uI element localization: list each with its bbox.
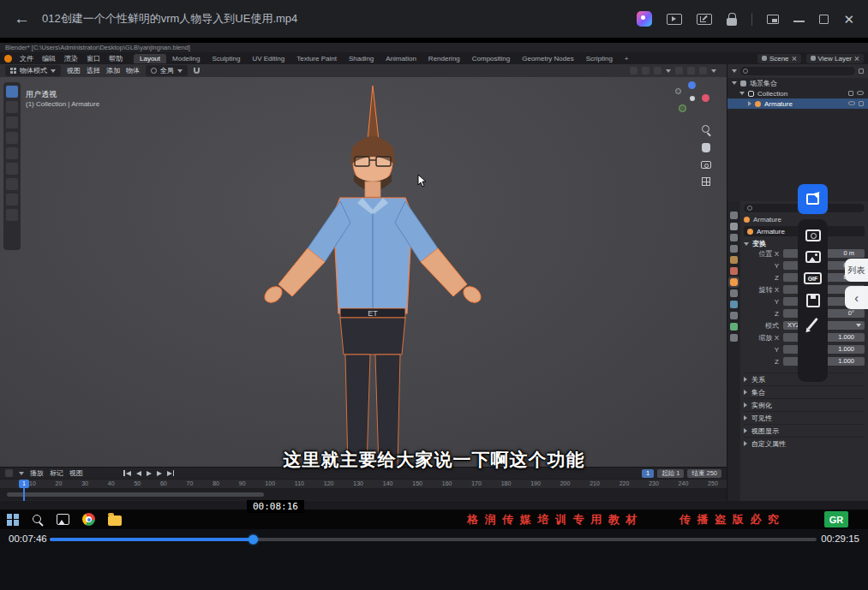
overlays-toggle-icon[interactable]	[654, 67, 661, 74]
physics-tab-icon[interactable]	[730, 301, 738, 308]
material-tab-icon[interactable]	[730, 334, 738, 342]
tool-add-cube-icon[interactable]	[6, 209, 18, 221]
workspace-tab[interactable]: Rendering	[422, 54, 466, 63]
outliner-row-scene-collection[interactable]: 场景集合	[727, 78, 868, 88]
maximize-button[interactable]	[819, 15, 829, 24]
constraints-tab-icon[interactable]	[730, 312, 738, 319]
orientation-dropdown[interactable]: 全局	[146, 65, 188, 76]
tool-annotate-icon[interactable]	[6, 178, 18, 190]
ortho-grid-icon[interactable]	[702, 177, 710, 186]
object-tab-icon[interactable]	[730, 278, 738, 286]
tool-tab-icon[interactable]	[730, 212, 738, 219]
collapse-chevron-tab[interactable]: ‹	[845, 286, 868, 309]
workspace-tab[interactable]: Modeling	[166, 54, 206, 63]
progress-bar[interactable]	[50, 538, 817, 541]
save-icon[interactable]	[806, 294, 820, 307]
gizmo-y-axis[interactable]	[679, 104, 686, 112]
tool-select-icon[interactable]	[6, 86, 18, 98]
xray-toggle-icon[interactable]	[642, 67, 650, 74]
section-collections[interactable]: 集合	[744, 385, 865, 398]
expand-icon[interactable]	[732, 81, 737, 85]
workspace-add-tab[interactable]: +	[619, 54, 635, 63]
tool-measure-icon[interactable]	[6, 194, 18, 206]
pencil-annotate-icon[interactable]	[807, 318, 818, 330]
section-instancing[interactable]: 实例化	[744, 398, 865, 411]
outliner-row-armature[interactable]: Armature	[727, 98, 868, 109]
navigation-gizmo[interactable]	[675, 81, 709, 116]
object-data-tab-icon[interactable]	[730, 323, 738, 331]
horizontal-scrollbar[interactable]	[7, 492, 264, 497]
minimize-button[interactable]	[793, 21, 805, 22]
modifiers-tab-icon[interactable]	[730, 289, 738, 297]
outliner-search-input[interactable]	[740, 67, 855, 75]
menu-edit[interactable]: 编辑	[38, 54, 60, 63]
render-toggle-icon[interactable]	[859, 101, 864, 106]
filter-icon[interactable]	[732, 69, 737, 73]
mode-dropdown[interactable]: 物体模式	[5, 65, 61, 76]
menu-window[interactable]: 窗口	[82, 54, 105, 63]
snap-magnet-icon[interactable]	[194, 68, 200, 74]
gif-record-icon[interactable]: GIF	[804, 272, 822, 284]
workspace-tab[interactable]: Compositing	[466, 54, 516, 63]
frame-ruler[interactable]: 10 20 30 40 50 60 70 80 90 100 110 120 1…	[0, 479, 727, 489]
camera-view-icon[interactable]	[701, 161, 711, 169]
workspace-tab[interactable]: Texture Paint	[290, 54, 343, 63]
world-tab-icon[interactable]	[730, 267, 738, 275]
image-capture-icon[interactable]	[805, 251, 821, 263]
mini-player-icon[interactable]	[767, 15, 779, 24]
tv-play-icon[interactable]	[667, 14, 682, 25]
progress-knob[interactable]	[248, 535, 258, 545]
recorder-share-button[interactable]	[798, 184, 828, 214]
proportional-edit-icon[interactable]	[630, 67, 638, 74]
checkbox-icon[interactable]	[848, 91, 853, 96]
eye-icon[interactable]	[857, 91, 864, 95]
lock-icon[interactable]	[727, 18, 737, 26]
menu-file[interactable]: 文件	[15, 54, 38, 63]
list-side-tab[interactable]: 列表	[845, 259, 868, 282]
outliner-filter-toggle-icon[interactable]	[859, 69, 864, 74]
eye-icon[interactable]	[848, 101, 855, 105]
screen-cast-icon[interactable]	[697, 14, 712, 25]
character-model[interactable]: ET	[244, 84, 501, 467]
expand-icon[interactable]	[748, 101, 751, 106]
menu-object[interactable]: 物体	[126, 66, 140, 75]
section-visibility[interactable]: 可见性	[744, 411, 865, 424]
scene-tab-icon[interactable]	[730, 256, 738, 264]
menu-render[interactable]: 渲染	[60, 54, 82, 63]
shading-material-icon[interactable]	[687, 67, 695, 74]
workspace-tab[interactable]: Geometry Nodes	[516, 54, 579, 63]
workspace-tab[interactable]: Shading	[343, 54, 380, 63]
workspace-tab[interactable]: Layout	[134, 54, 166, 63]
view-layer-clear-icon[interactable]	[854, 56, 859, 61]
gizmo-z-axis[interactable]	[688, 81, 696, 89]
close-button[interactable]: ✕	[843, 13, 854, 26]
back-button[interactable]: ←	[14, 9, 30, 28]
outliner-row-collection[interactable]: Collection	[727, 88, 868, 98]
app-logo-icon[interactable]	[637, 11, 652, 27]
tool-cursor-icon[interactable]	[6, 101, 18, 113]
menu-view[interactable]: 视图	[67, 66, 81, 75]
tool-rotate-icon[interactable]	[6, 132, 18, 144]
expand-icon[interactable]	[739, 92, 745, 95]
output-tab-icon[interactable]	[730, 234, 738, 241]
view-layer-tab-icon[interactable]	[730, 245, 738, 253]
screenshot-camera-icon[interactable]	[805, 229, 821, 241]
render-tab-icon[interactable]	[730, 223, 738, 230]
gizmo-neg-axis[interactable]	[675, 88, 681, 94]
workspace-tab[interactable]: Sculpting	[207, 54, 247, 63]
scene-selector[interactable]: Scene	[757, 54, 801, 63]
video-area[interactable]: Blender* [C:\Users\Administrator\Desktop…	[0, 38, 868, 529]
viewport-3d[interactable]: 用户透视 (1) Collection | Armature	[0, 64, 727, 467]
workspace-tab[interactable]: Animation	[380, 54, 422, 63]
menu-select[interactable]: 选择	[87, 66, 100, 75]
scene-clear-icon[interactable]	[792, 56, 797, 61]
tool-scale-icon[interactable]	[6, 147, 18, 159]
gizmo-x-axis[interactable]	[702, 94, 709, 102]
blender-logo-icon[interactable]	[4, 55, 12, 63]
menu-add[interactable]: 添加	[106, 66, 120, 75]
shading-solid-icon[interactable]	[675, 67, 683, 74]
tool-move-icon[interactable]	[6, 116, 18, 128]
workspace-tab[interactable]: Scripting	[580, 54, 619, 63]
view-layer-selector[interactable]: View Layer	[806, 54, 864, 63]
pan-hand-icon[interactable]	[702, 143, 710, 152]
